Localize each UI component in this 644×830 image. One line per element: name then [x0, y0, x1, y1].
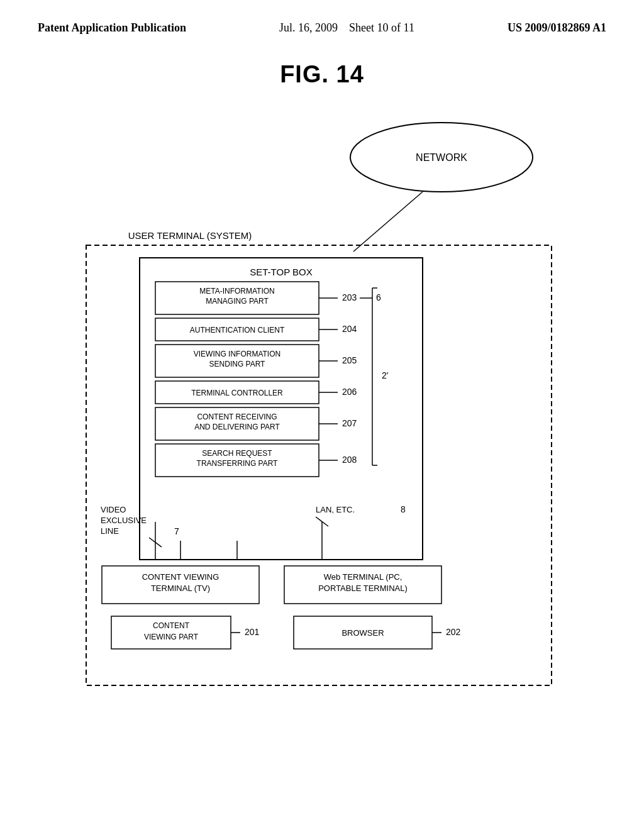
network-label: NETWORK: [416, 152, 467, 163]
web-terminal-line2: PORTABLE TERMINAL): [318, 584, 408, 593]
ref-204: 204: [342, 324, 357, 334]
comp-208-line2: TRANSFERRING PART: [197, 459, 279, 468]
set-top-box-label: SET-TOP BOX: [250, 267, 312, 277]
web-terminal-line1: Web TERMINAL (PC,: [324, 572, 402, 582]
ref-6: 6: [376, 292, 381, 302]
content-viewing-part-line1: CONTENT: [153, 621, 190, 630]
content-viewing-terminal-line2: TERMINAL (TV): [151, 584, 210, 593]
figure-title: FIG. 14: [39, 61, 605, 88]
content-viewing-part-line2: VIEWING PART: [144, 633, 199, 641]
ref-7: 7: [174, 526, 179, 536]
video-exclusive-line-2: EXCLUSIVE: [101, 516, 147, 525]
content-viewing-terminal-line1: CONTENT VIEWING: [142, 572, 219, 582]
comp-207-line1: CONTENT RECEIVING: [197, 412, 277, 421]
publication-title: Patent Application Publication: [38, 21, 186, 34]
comp-208-line1: SEARCH REQUEST: [202, 449, 272, 458]
comp-203-line1: META-INFORMATION: [199, 287, 275, 296]
comp-204: AUTHENTICATION CLIENT: [190, 326, 285, 335]
ref-205: 205: [342, 355, 357, 365]
header-right: US 2009/0182869 A1: [508, 20, 606, 36]
comp-205-line2: SENDING PART: [209, 360, 266, 368]
lan-label: LAN, ETC.: [316, 505, 355, 514]
ref-208: 208: [342, 455, 357, 465]
ref-8: 8: [401, 504, 406, 514]
comp-206: TERMINAL CONTROLLER: [191, 389, 283, 397]
ref-201: 201: [245, 627, 260, 637]
ref-203: 203: [342, 292, 357, 302]
patent-number: US 2009/0182869 A1: [508, 21, 606, 34]
ref-202: 202: [446, 627, 461, 637]
user-terminal-label: USER TERMINAL (SYSTEM): [128, 230, 252, 241]
patent-diagram: NETWORK USER TERMINAL (SYSTEM) SET-TOP B…: [52, 107, 592, 723]
video-exclusive-line-1: VIDEO: [101, 505, 126, 514]
comp-205-line1: VIEWING INFORMATION: [194, 350, 280, 358]
svg-line-19: [353, 192, 423, 252]
ref-2prime: 2': [382, 370, 388, 380]
header-left: Patent Application Publication: [38, 20, 186, 36]
comp-203-line2: MANAGING PART: [206, 297, 269, 306]
header-center: Jul. 16, 2009 Sheet 10 of 11: [279, 20, 414, 36]
video-exclusive-line-3: LINE: [101, 526, 119, 536]
browser-label: BROWSER: [341, 628, 384, 638]
sheet-info: Sheet 10 of 11: [349, 21, 414, 34]
publication-date: Jul. 16, 2009: [279, 21, 338, 34]
page-header: Patent Application Publication Jul. 16, …: [0, 0, 644, 36]
diagram-area: FIG. 14 NETWORK USER TERMINAL (SYSTEM) S…: [39, 61, 605, 723]
comp-207-line2: AND DELIVERING PART: [194, 423, 280, 431]
ref-207: 207: [342, 418, 357, 428]
ref-206: 206: [342, 387, 357, 397]
